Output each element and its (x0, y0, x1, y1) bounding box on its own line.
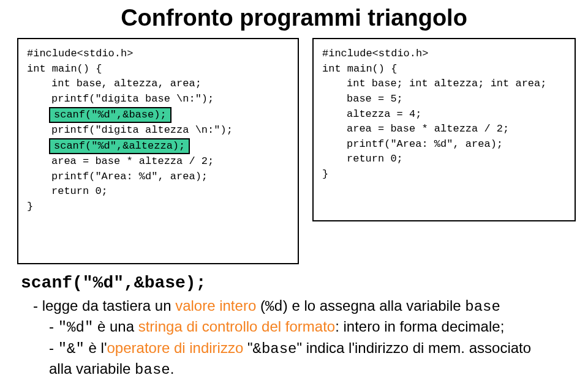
code-line: } (322, 167, 566, 182)
code-line: printf("Area: %d", area); (27, 169, 289, 185)
code-line: printf("Area: %d", area); (322, 137, 566, 152)
explanation-block: scanf("%d",&base); - legge da tastiera u… (21, 272, 572, 380)
text-mono: base (465, 299, 500, 315)
text: ( (256, 297, 265, 314)
explanation-line: alla variabile base. (49, 359, 572, 380)
text: è una (93, 318, 138, 335)
code-line: #include<stdio.h> (322, 46, 566, 62)
text-orange: stringa di controllo del formato (138, 318, 336, 335)
code-line: printf("digita base \n:"); (27, 92, 289, 107)
text: alla variabile (49, 360, 135, 377)
code-line: #include<stdio.h> (27, 46, 289, 62)
code-line: } (27, 199, 289, 215)
explanation-line: - "%d" è una stringa di controllo del fo… (49, 317, 572, 338)
text: " indica l'indirizzo di mem. associato (297, 340, 532, 356)
code-line: area = base * altezza / 2; (27, 154, 289, 169)
code-box-left: #include<stdio.h> int main() { int base,… (17, 38, 299, 264)
code-line: int base, altezza, area; (27, 76, 289, 92)
code-line: area = base * altezza / 2; (322, 122, 566, 137)
text: - legge da tastiera un (33, 297, 175, 314)
text-mono: %d (265, 299, 283, 315)
text: - (49, 318, 58, 335)
code-line: altezza = 4; (322, 107, 566, 122)
code-line: int main() { (27, 62, 289, 77)
highlight-scanf-altezza: scanf("%d",&altezza); (27, 138, 289, 154)
explanation-headline: scanf("%d",&base); (21, 272, 572, 295)
code-line: return 0; (322, 152, 566, 167)
code-line: base = 5; (322, 92, 566, 107)
highlight-scanf-base: scanf("%d",&base); (27, 107, 289, 123)
code-line-highlighted: scanf("%d",&altezza); (49, 138, 190, 154)
code-box-right: #include<stdio.h> int main() { int base;… (312, 38, 576, 221)
explanation-line: - "&" è l'operatore di indirizzo "&base"… (49, 338, 572, 359)
text-mono: base (135, 362, 170, 378)
text-mono: "&" (58, 341, 85, 357)
text: ) e lo assegna alla variabile (283, 297, 466, 314)
code-line-highlighted: scanf("%d",&base); (49, 107, 172, 123)
text-orange: valore intero (175, 297, 256, 314)
code-line: int base; int altezza; int area; (322, 76, 566, 92)
code-line: return 0; (27, 184, 289, 199)
text: : intero in forma decimale; (335, 318, 504, 335)
explanation-line: - legge da tastiera un valore intero (%d… (33, 296, 572, 317)
text: è l' (85, 340, 107, 356)
page-title: Confronto programmi triangolo (0, 5, 588, 31)
code-line: printf("digita altezza \n:"); (27, 123, 289, 138)
code-line: int main() { (322, 62, 566, 77)
text: . (170, 360, 175, 377)
text: - (49, 340, 58, 356)
text-mono: "%d" (58, 319, 94, 336)
text-mono: &base (252, 341, 296, 357)
text: " (243, 340, 252, 356)
text-orange: operatore di indirizzo (107, 340, 244, 356)
